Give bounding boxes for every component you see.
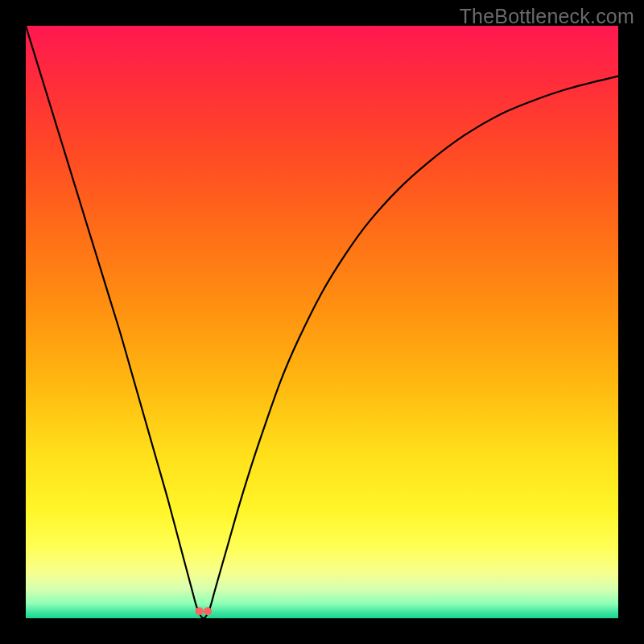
plot-background [26,26,618,618]
bottleneck-plot [26,26,618,618]
notch-dot-1 [196,607,204,615]
watermark-text: TheBottleneck.com [460,5,634,28]
notch-dot-2 [204,607,212,615]
chart-frame [26,26,618,618]
